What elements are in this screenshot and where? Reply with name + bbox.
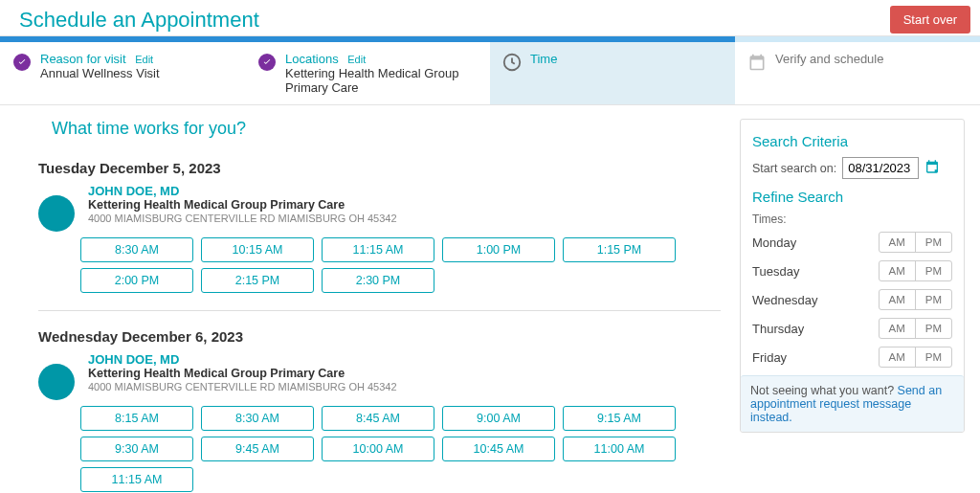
prompt-heading: What time works for you? [52, 119, 721, 139]
provider-name: JOHN DOE, MD [88, 184, 397, 198]
refine-day-row: WednesdayAMPM [752, 289, 952, 310]
time-slot-button[interactable]: 10:00 AM [322, 437, 434, 461]
am-pm-toggle: AMPM [879, 232, 953, 253]
day-title: Wednesday December 6, 2023 [38, 328, 721, 345]
provider-location: Kettering Health Medical Group Primary C… [88, 367, 397, 380]
am-toggle[interactable]: AM [880, 290, 916, 309]
provider-address: 4000 MIAMISBURG CENTERVILLE RD MIAMISBUR… [88, 381, 397, 392]
time-slot-button[interactable]: 11:00 AM [563, 437, 676, 461]
time-slot-button[interactable]: 11:15 AM [322, 237, 434, 262]
refine-day-name: Monday [752, 235, 796, 250]
step-tabs: Reason for visit Edit Annual Wellness Vi… [0, 42, 980, 105]
start-search-input[interactable] [842, 157, 919, 179]
search-panel: Search Criteria Start search on: Refine … [740, 119, 965, 433]
am-toggle[interactable]: AM [880, 347, 916, 367]
step-verify: Verify and schedule [735, 42, 980, 104]
calendar-picker-icon[interactable] [924, 159, 940, 177]
step-time-label: Time [530, 52, 557, 66]
step-locations-edit[interactable]: Edit [347, 54, 366, 65]
times-label: Times: [752, 213, 952, 226]
pm-toggle[interactable]: PM [916, 261, 951, 280]
day-title: Tuesday December 5, 2023 [38, 160, 721, 176]
am-pm-toggle: AMPM [879, 347, 953, 368]
search-criteria-title: Search Criteria [752, 133, 952, 149]
refine-day-row: MondayAMPM [752, 232, 952, 253]
am-toggle[interactable]: AM [880, 233, 916, 252]
time-slot-button[interactable]: 11:15 AM [80, 467, 193, 492]
time-slot-button[interactable]: 8:30 AM [201, 406, 314, 431]
time-slot-button[interactable]: 8:45 AM [322, 406, 434, 431]
start-search-label: Start search on: [752, 162, 836, 175]
refine-day-row: TuesdayAMPM [752, 260, 952, 281]
info-box: Not seeing what you want? Send an appoin… [741, 375, 964, 432]
step-locations-label: Locations [285, 52, 339, 66]
pm-toggle[interactable]: PM [916, 290, 951, 309]
day-block: Tuesday December 5, 2023JOHN DOE, MDKett… [38, 160, 721, 311]
step-time[interactable]: Time [490, 42, 735, 104]
step-locations[interactable]: Locations Edit Kettering Health Medical … [245, 42, 490, 104]
refine-day-name: Friday [752, 350, 787, 365]
time-slot-button[interactable]: 2:00 PM [80, 268, 193, 293]
time-slot-button[interactable]: 2:30 PM [322, 268, 434, 293]
time-slot-button[interactable]: 9:45 AM [201, 437, 314, 461]
time-slot-button[interactable]: 10:15 AM [201, 237, 314, 262]
refine-day-name: Thursday [752, 322, 804, 336]
time-slot-button[interactable]: 10:45 AM [442, 437, 555, 461]
progress-fill [0, 36, 735, 42]
time-slot-button[interactable]: 9:15 AM [563, 406, 676, 431]
provider-avatar [38, 195, 75, 232]
info-lead: Not seeing what you want? [750, 384, 894, 397]
clock-icon [501, 52, 523, 73]
time-slot-button[interactable]: 9:30 AM [80, 437, 193, 461]
start-over-button[interactable]: Start over [890, 6, 970, 34]
time-slot-button[interactable]: 1:15 PM [563, 237, 676, 262]
am-pm-toggle: AMPM [879, 318, 953, 339]
step-reason-label: Reason for visit [40, 52, 126, 66]
step-locations-value: Kettering Health Medical Group Primary C… [285, 66, 479, 95]
progress-bar [0, 36, 980, 42]
step-reason[interactable]: Reason for visit Edit Annual Wellness Vi… [0, 42, 245, 104]
time-slot-button[interactable]: 2:15 PM [201, 268, 314, 293]
refine-day-name: Wednesday [752, 293, 817, 307]
day-block: Wednesday December 6, 2023JOHN DOE, MDKe… [38, 328, 721, 493]
refine-day-row: ThursdayAMPM [752, 318, 952, 339]
pm-toggle[interactable]: PM [916, 347, 951, 367]
calendar-icon [746, 52, 768, 73]
time-slot-button[interactable]: 9:00 AM [442, 406, 555, 431]
step-verify-label: Verify and schedule [775, 52, 883, 66]
provider-address: 4000 MIAMISBURG CENTERVILLE RD MIAMISBUR… [88, 213, 397, 224]
pm-toggle[interactable]: PM [916, 319, 951, 338]
provider-avatar [38, 364, 75, 400]
time-slot-button[interactable]: 8:30 AM [80, 237, 193, 262]
refine-search-title: Refine Search [752, 189, 952, 205]
am-pm-toggle: AMPM [879, 260, 953, 281]
page-title: Schedule an Appointment [19, 8, 259, 33]
step-reason-value: Annual Wellness Visit [40, 66, 160, 80]
check-icon [13, 54, 31, 71]
am-pm-toggle: AMPM [879, 289, 953, 310]
refine-day-row: FridayAMPM [752, 347, 952, 368]
provider-name: JOHN DOE, MD [88, 352, 397, 367]
time-slot-button[interactable]: 1:00 PM [442, 237, 555, 262]
am-toggle[interactable]: AM [880, 261, 916, 280]
am-toggle[interactable]: AM [880, 319, 916, 338]
time-slot-button[interactable]: 8:15 AM [80, 406, 193, 431]
check-icon [258, 54, 276, 71]
pm-toggle[interactable]: PM [916, 233, 951, 252]
step-reason-edit[interactable]: Edit [135, 54, 153, 65]
provider-location: Kettering Health Medical Group Primary C… [88, 198, 397, 212]
refine-day-name: Tuesday [752, 264, 799, 279]
